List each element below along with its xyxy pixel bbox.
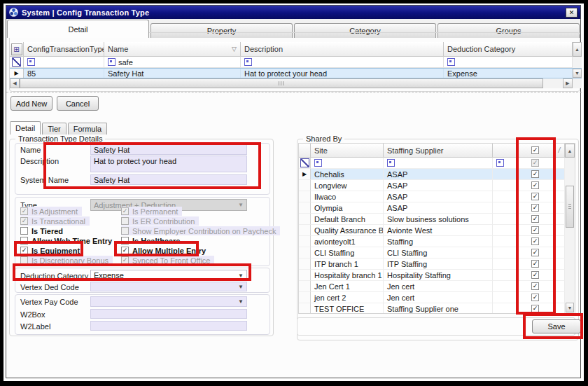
shared-filter-supplier[interactable]	[384, 158, 493, 169]
description-field[interactable]: Hat to protect your head	[90, 156, 247, 172]
cell-checkbox[interactable]: ✓	[517, 214, 554, 225]
column-header-id[interactable]: ConfigTransactionTypeID	[24, 42, 104, 57]
name-field[interactable]: Safety Hat	[90, 144, 247, 155]
shared-filter-checkbox[interactable]: ✓	[517, 158, 554, 169]
row-checkbox[interactable]: ✓	[531, 204, 539, 212]
column-header-name[interactable]: Name▽	[104, 42, 241, 57]
cell-staffing-supplier[interactable]: ASAP	[384, 169, 493, 180]
w2label-field[interactable]	[90, 321, 247, 331]
checkbox-is-equipment[interactable]: ✓Is Equipment	[20, 246, 84, 255]
filter-op-icon[interactable]	[496, 159, 504, 167]
filter-deduction-category[interactable]	[444, 57, 573, 68]
shared-row-test-office[interactable]: TEST OFFICEStaffing Supplier one✓	[299, 303, 575, 314]
cell-checkbox[interactable]: ✓	[517, 180, 554, 191]
cell-staffing-supplier[interactable]: ITP Staffing	[384, 259, 493, 270]
cell-staffing-supplier[interactable]: Staffing Supplier one	[384, 303, 493, 314]
cell-staffing-supplier[interactable]: Hospitality Staffing	[384, 270, 493, 281]
deduction-category-combobox[interactable]: Expense▼	[90, 270, 247, 281]
row-checkbox[interactable]: ✓	[531, 215, 539, 223]
cell-site[interactable]: Chehalis	[311, 169, 384, 180]
cell-staffing-supplier[interactable]: ASAP	[384, 180, 493, 191]
row-checkbox[interactable]: ✓	[531, 249, 539, 256]
cell-extra[interactable]	[493, 202, 517, 214]
shared-row-quality-assurance-bran-[interactable]: Quality Assurance Bran...Avionte West✓	[299, 225, 575, 236]
cell-checkbox[interactable]: ✓	[517, 225, 554, 236]
select-all-checkbox[interactable]: ✓	[531, 146, 539, 154]
w2box-field[interactable]	[90, 309, 247, 319]
cell-staffing-supplier[interactable]: Slow business solutions	[384, 214, 493, 225]
row-checkbox[interactable]: ✓	[531, 282, 539, 290]
cell-site[interactable]: Olympia	[311, 202, 384, 214]
cell-checkbox[interactable]: ✓	[517, 191, 554, 202]
splitter[interactable]	[6, 92, 582, 92]
shared-row-default-branch[interactable]: Default BranchSlow business solutions✓	[299, 214, 575, 225]
grid-hscroll-thumb[interactable]	[20, 78, 543, 88]
shared-row-itp-branch-1[interactable]: ITP branch 1ITP Staffing✓	[299, 259, 575, 270]
row-checkbox[interactable]: ✓	[531, 305, 539, 312]
filter-op-icon[interactable]	[314, 159, 322, 167]
shared-row-hospitality-branch-1[interactable]: Hospitality branch 1Hospitality Staffing…	[299, 270, 575, 281]
filter-description[interactable]	[241, 57, 444, 68]
cell-extra[interactable]	[493, 191, 517, 202]
cell-site[interactable]: Longview	[311, 180, 384, 191]
checkbox-icon[interactable]	[20, 237, 28, 244]
subtab-tier[interactable]: Tier	[42, 123, 66, 135]
shared-column-header-site[interactable]: Site	[311, 144, 384, 158]
shared-scroll-up[interactable]: ▲	[565, 144, 575, 158]
shared-scroll-down[interactable]: ▼	[566, 303, 574, 312]
row-checkbox[interactable]: ✓	[531, 193, 539, 200]
cell-checkbox[interactable]: ✓	[517, 247, 554, 259]
cell-extra[interactable]	[493, 214, 517, 225]
checkbox-is-healthcare[interactable]: Is Healthcare	[121, 236, 184, 245]
cell-description[interactable]: Hat to protect your head	[241, 69, 444, 78]
clear-filter-icon[interactable]	[300, 158, 309, 167]
shared-filter-site[interactable]	[311, 158, 384, 169]
cancel-button[interactable]: Cancel	[57, 96, 99, 111]
cell-name[interactable]: Safety Hat	[104, 69, 241, 78]
row-checkbox[interactable]: ✓	[531, 181, 539, 189]
cell-checkbox[interactable]: ✓	[517, 259, 554, 270]
shared-row-jen-cert-2[interactable]: jen cert 2Jen cert✓	[299, 292, 575, 303]
transaction-type-row[interactable]: ▶ 85 Safety Hat Hat to protect your head…	[10, 68, 582, 78]
cell-site[interactable]: TEST OFFICE	[311, 303, 384, 314]
filter-op-icon[interactable]	[108, 58, 115, 66]
cell-site[interactable]: Jen Cert 1	[311, 281, 384, 292]
checkbox-icon[interactable]	[20, 227, 28, 235]
cell-site[interactable]: avionteyolt1	[311, 236, 384, 247]
filter-name[interactable]: safe	[104, 57, 241, 68]
cell-site[interactable]: Ilwaco	[311, 191, 384, 202]
tab-detail[interactable]: Detail	[7, 20, 149, 38]
row-checkbox[interactable]: ✓	[531, 237, 539, 245]
cell-checkbox[interactable]: ✓	[517, 270, 554, 281]
filter-op-icon[interactable]	[244, 58, 252, 66]
row-checkbox[interactable]: ✓	[531, 170, 539, 178]
cell-checkbox[interactable]: ✓	[517, 236, 554, 247]
shared-clear-filter[interactable]	[299, 158, 311, 169]
cell-extra[interactable]	[493, 169, 517, 180]
grid-scroll-up[interactable]: ▲	[573, 42, 582, 57]
cell-site[interactable]: CLI Staffing	[311, 247, 384, 259]
checkbox-allow-multiple-entry[interactable]: ✓Allow Multiple Entry	[121, 246, 210, 255]
cell-checkbox[interactable]: ✓	[517, 202, 554, 214]
filter-op-icon[interactable]	[387, 159, 395, 167]
shared-row-longview[interactable]: LongviewASAP✓	[299, 180, 575, 191]
cell-site[interactable]: Quality Assurance Bran...	[311, 225, 384, 236]
cell-extra[interactable]	[493, 236, 517, 247]
cell-staffing-supplier[interactable]: Staffing	[384, 236, 493, 247]
checkbox-allow-web-time-entry[interactable]: Allow Web Time Entry	[20, 236, 116, 245]
close-button[interactable]: ✕	[566, 8, 578, 18]
subtab-formula[interactable]: Formula	[68, 123, 107, 135]
cell-site[interactable]: ITP branch 1	[311, 259, 384, 270]
grid-scroll-left[interactable]: ◀	[10, 78, 20, 88]
shared-row-ilwaco[interactable]: IlwacoASAP✓	[299, 191, 575, 202]
add-new-button[interactable]: Add New	[10, 96, 52, 111]
row-checkbox[interactable]: ✓	[531, 271, 539, 279]
grid-scroll-right[interactable]: ▶	[563, 78, 573, 88]
shared-vscroll-thumb[interactable]	[566, 186, 574, 228]
field-chooser-icon[interactable]: ⊞	[11, 43, 22, 55]
shared-row-olympia[interactable]: OlympiaASAP✓	[299, 202, 575, 214]
row-checkbox[interactable]: ✓	[531, 260, 539, 268]
cell-extra[interactable]	[493, 259, 517, 270]
cell-staffing-supplier[interactable]: CLI Staffing	[384, 247, 493, 259]
vertex-ded-code-combobox[interactable]: ▼	[90, 282, 247, 291]
